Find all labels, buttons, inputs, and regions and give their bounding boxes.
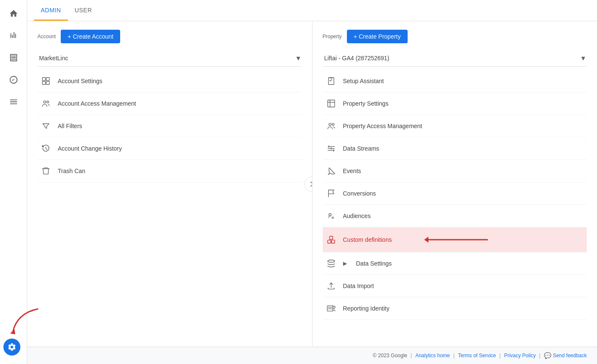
account-label: Account [37, 34, 56, 39]
data-import-label: Data Import [343, 283, 374, 289]
svg-rect-2 [46, 78, 49, 81]
account-panel: Account + Create Account MarketLinc ▾ Ac [27, 21, 313, 347]
content-area: Account + Create Account MarketLinc ▾ Ac [27, 21, 597, 347]
menu-item-data-settings[interactable]: ▶ Data Settings [323, 252, 587, 275]
layers-icon [326, 258, 336, 269]
account-dropdown-value: MarketLinc [39, 55, 68, 62]
history-icon [41, 143, 51, 154]
custom-definitions-arrow [424, 233, 492, 246]
sidebar-item-explore[interactable] [3, 48, 24, 68]
setup-assistant-label: Setup Assistant [343, 78, 384, 84]
audiences-label: Audiences [343, 213, 371, 219]
menu-item-account-access[interactable]: Account Access Management [37, 92, 302, 115]
svg-point-27 [327, 260, 335, 263]
property-settings-label: Property Settings [343, 100, 389, 107]
property-label: Property [323, 34, 342, 39]
svg-rect-8 [327, 100, 335, 107]
sidebar-item-advertising[interactable] [3, 70, 24, 90]
menu-item-audiences[interactable]: Audiences [323, 205, 587, 227]
menu-item-reporting-identity[interactable]: Reporting Identity [323, 297, 587, 320]
property-people-icon [326, 121, 336, 131]
menu-item-events[interactable]: Events [323, 160, 587, 182]
menu-item-trash-can[interactable]: Trash Can [37, 160, 302, 182]
svg-point-5 [44, 101, 46, 104]
custom-definitions-label: Custom definitions [343, 236, 392, 243]
cursor-icon [326, 166, 336, 176]
footer-divider-1: | [411, 353, 412, 358]
account-dropdown-arrow-icon: ▾ [296, 53, 300, 63]
menu-item-account-history[interactable]: Account Change History [37, 137, 302, 160]
reporting-icon [326, 303, 336, 314]
menu-item-all-filters[interactable]: All Filters [37, 115, 302, 137]
svg-rect-7 [328, 78, 334, 85]
footer-feedback-link[interactable]: Send feedback [553, 353, 587, 358]
panel-switch-button[interactable] [304, 176, 313, 192]
property-access-label: Property Access Management [343, 123, 422, 129]
footer-analytics-home-link[interactable]: Analytics home [415, 353, 450, 358]
menu-item-account-settings[interactable]: Account Settings [37, 70, 302, 92]
account-settings-label: Account Settings [58, 78, 102, 84]
property-dropdown[interactable]: Liftai - GA4 (287252691) ▾ [323, 50, 587, 67]
data-streams-label: Data Streams [343, 145, 380, 152]
footer-divider-3: | [499, 353, 501, 358]
events-label: Events [343, 168, 361, 174]
menu-item-setup-assistant[interactable]: Setup Assistant [323, 70, 587, 92]
tab-bar: ADMIN USER [27, 0, 597, 21]
trash-icon [41, 166, 51, 176]
svg-point-11 [329, 123, 331, 126]
svg-rect-1 [42, 78, 45, 81]
data-settings-expand-icon: ▶ [343, 260, 347, 266]
svg-point-19 [329, 214, 331, 216]
footer-divider-4: | [539, 353, 541, 358]
property-panel: Property + Create Property Liftai - GA4 … [313, 21, 597, 347]
audience-icon [326, 211, 336, 221]
filter-icon [41, 121, 51, 131]
footer-tos-link[interactable]: Terms of Service [458, 353, 496, 358]
svg-point-12 [332, 123, 334, 126]
menu-item-property-access[interactable]: Property Access Management [323, 115, 587, 137]
footer: © 2023 Google | Analytics home | Terms o… [27, 347, 597, 364]
svg-point-6 [47, 101, 49, 103]
svg-rect-4 [46, 81, 49, 84]
menu-item-property-settings[interactable]: Property Settings [323, 92, 587, 115]
svg-rect-22 [327, 240, 330, 243]
footer-divider-2: | [453, 353, 455, 358]
property-panel-header: Property + Create Property [323, 30, 587, 43]
table-icon [326, 98, 336, 109]
svg-marker-26 [424, 237, 428, 243]
account-access-label: Account Access Management [58, 100, 136, 107]
data-settings-label: Data Settings [356, 260, 392, 267]
custom-icon [326, 235, 336, 245]
sidebar-item-configure[interactable] [3, 92, 24, 112]
tab-admin[interactable]: ADMIN [34, 0, 68, 21]
svg-rect-3 [42, 81, 45, 84]
footer-privacy-link[interactable]: Privacy Policy [504, 353, 536, 358]
account-panel-header: Account + Create Account [37, 30, 302, 43]
flag-icon [326, 188, 336, 199]
menu-item-data-import[interactable]: Data Import [323, 275, 587, 297]
sidebar-item-reports[interactable] [3, 25, 24, 46]
svg-rect-28 [327, 306, 332, 311]
sidebar [0, 0, 27, 364]
menu-item-data-streams[interactable]: Data Streams [323, 137, 587, 160]
svg-rect-24 [329, 236, 332, 239]
sidebar-item-home[interactable] [3, 3, 24, 24]
property-dropdown-arrow-icon: ▾ [581, 53, 585, 63]
account-dropdown[interactable]: MarketLinc ▾ [37, 50, 302, 67]
building-icon [41, 76, 51, 86]
create-account-button[interactable]: + Create Account [61, 30, 120, 43]
create-property-button[interactable]: + Create Property [347, 30, 408, 43]
people-icon [41, 98, 51, 109]
clipboard-icon [326, 76, 336, 86]
trash-can-label: Trash Can [58, 168, 85, 174]
feedback-icon: 💬 [544, 352, 551, 359]
streams-icon [326, 143, 336, 154]
menu-item-conversions[interactable]: Conversions [323, 182, 587, 205]
svg-point-31 [332, 306, 335, 309]
conversions-label: Conversions [343, 190, 376, 197]
reporting-identity-label: Reporting Identity [343, 305, 390, 312]
menu-item-custom-definitions[interactable]: Custom definitions [323, 227, 587, 252]
main-content: ADMIN USER Account + Create Account Mark… [27, 0, 597, 364]
tab-user[interactable]: USER [68, 0, 99, 21]
admin-gear-button[interactable] [3, 339, 20, 356]
